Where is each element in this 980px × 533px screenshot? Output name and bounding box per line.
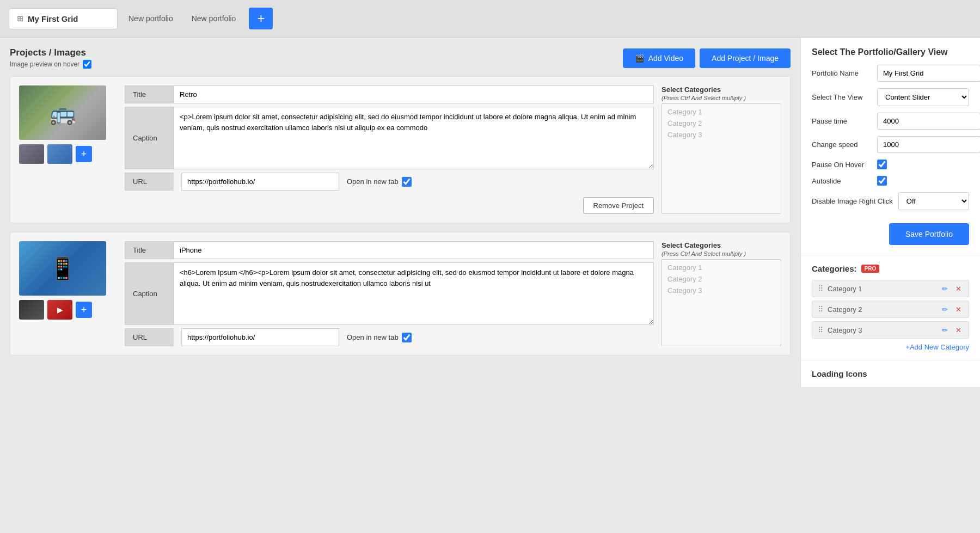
save-portfolio-button[interactable]: Save Portfolio bbox=[889, 223, 969, 245]
project2-url-input[interactable] bbox=[181, 328, 339, 346]
project2-add-image-button[interactable]: + bbox=[76, 302, 92, 318]
change-speed-row: Change speed bbox=[812, 136, 969, 153]
project2-caption-row: Caption <h6>Lorem Ipsum </h6><p>Lorem ip… bbox=[125, 262, 654, 325]
change-speed-label: Change speed bbox=[812, 140, 872, 149]
project2-cat3-option[interactable]: Category 3 bbox=[664, 285, 779, 296]
disable-image-label: Disable Image Right Click bbox=[812, 197, 893, 205]
portfolio-name-row: Portfolio Name bbox=[812, 65, 969, 82]
select-view-dropdown[interactable]: Content Slider Grid Masonry Slider bbox=[877, 88, 969, 106]
project1-title-input[interactable] bbox=[174, 85, 654, 103]
project2-url-row: URL Open in new tab bbox=[125, 328, 654, 346]
autoslide-row: Autoslide bbox=[812, 176, 969, 186]
project1-add-image-button[interactable]: + bbox=[76, 146, 92, 162]
thumb1-city[interactable] bbox=[19, 144, 44, 164]
categories-section-header: Categories: PRO bbox=[812, 264, 969, 273]
project1-cat1-option[interactable]: Category 1 bbox=[664, 106, 779, 118]
category-3-edit-button[interactable]: ✏ bbox=[940, 326, 950, 334]
project1-url-label: URL bbox=[125, 173, 174, 191]
image-preview-checkbox[interactable] bbox=[83, 60, 91, 69]
pause-time-input[interactable] bbox=[877, 113, 980, 130]
project1-url-row: URL Open in new tab bbox=[125, 173, 654, 191]
tab-bar: ⊞ My First Grid New portfolio New portfo… bbox=[0, 0, 980, 38]
loading-icons-title: Loading Icons bbox=[812, 369, 969, 378]
pause-on-hover-row: Pause On Hover bbox=[812, 160, 969, 169]
project-card-1: 🚌 + Title Caption bbox=[10, 76, 791, 223]
project1-url-input[interactable] bbox=[181, 173, 339, 191]
project2-categories-select[interactable]: Category 1 Category 2 Category 3 bbox=[661, 259, 781, 346]
thumb2-dark[interactable] bbox=[19, 300, 44, 320]
tab-new-portfolio-1[interactable]: New portfolio bbox=[121, 9, 181, 28]
pause-on-hover-label: Pause On Hover bbox=[812, 161, 872, 169]
project1-open-new-tab-label: Open in new tab bbox=[347, 177, 399, 186]
project2-caption-textarea[interactable]: <h6>Lorem Ipsum </h6><p>Lorem ipsum dolo… bbox=[174, 262, 654, 325]
project2-title-label: Title bbox=[125, 241, 174, 259]
bus-image: 🚌 bbox=[19, 85, 106, 140]
category-item-2: ⠿ Category 2 ✏ ✕ bbox=[812, 301, 969, 318]
project1-open-new-tab-checkbox[interactable] bbox=[402, 177, 412, 187]
project1-remove-button[interactable]: Remove Project bbox=[583, 197, 654, 214]
project2-cat1-option[interactable]: Category 1 bbox=[664, 262, 779, 273]
pause-time-label: Pause time bbox=[812, 117, 872, 125]
thumb2-youtube[interactable]: ▶ bbox=[47, 300, 72, 320]
project1-form: Title Caption <p>Lorem ipsum dolor sit a… bbox=[125, 85, 654, 214]
project2-url-label: URL bbox=[125, 328, 174, 346]
project1-cat2-option[interactable]: Category 2 bbox=[664, 118, 779, 129]
change-speed-input[interactable] bbox=[877, 136, 980, 153]
add-new-category-link[interactable]: +Add New Category bbox=[812, 343, 969, 351]
project2-cat2-option[interactable]: Category 2 bbox=[664, 273, 779, 285]
project1-remove-row: Remove Project bbox=[125, 197, 654, 214]
autoslide-checkbox[interactable] bbox=[877, 176, 887, 186]
project1-caption-textarea[interactable]: <p>Lorem ipsum dolor sit amet, consectet… bbox=[174, 107, 654, 169]
subtitle-text: Image preview on hover bbox=[10, 60, 79, 68]
tab-my-first-grid[interactable]: ⊞ My First Grid bbox=[9, 8, 118, 29]
project2-categories-label: Select Categories bbox=[661, 241, 781, 249]
drag-icon-2[interactable]: ⠿ bbox=[818, 305, 823, 314]
categories-section-title: Categories: bbox=[812, 264, 857, 273]
select-view-label: Select The View bbox=[812, 93, 872, 101]
project1-categories-label: Select Categories bbox=[661, 85, 781, 94]
select-view-row: Select The View Content Slider Grid Maso… bbox=[812, 88, 969, 106]
category-1-delete-button[interactable]: ✕ bbox=[954, 285, 963, 293]
project2-images: 📱 ▶ + bbox=[19, 241, 117, 346]
project1-categories-select[interactable]: Category 1 Category 2 Category 3 bbox=[661, 103, 781, 214]
autoslide-label: Autoslide bbox=[812, 177, 872, 185]
subtitle-row: Image preview on hover bbox=[10, 60, 91, 69]
category-2-delete-button[interactable]: ✕ bbox=[954, 305, 963, 314]
section-title-area: Projects / Images Image preview on hover bbox=[10, 47, 91, 69]
add-project-button[interactable]: Add Project / Image bbox=[700, 48, 791, 68]
project1-caption-label: Caption bbox=[125, 107, 174, 169]
tab-new-portfolio-2[interactable]: New portfolio bbox=[184, 9, 244, 28]
category-3-delete-button[interactable]: ✕ bbox=[954, 326, 963, 334]
disable-image-dropdown[interactable]: Off On bbox=[898, 192, 969, 210]
project2-categories: Select Categories (Press Ctrl And Select… bbox=[661, 241, 781, 346]
project1-cat3-option[interactable]: Category 3 bbox=[664, 129, 779, 140]
project1-caption-row: Caption <p>Lorem ipsum dolor sit amet, c… bbox=[125, 107, 654, 169]
project1-categories: Select Categories (Press Ctrl And Select… bbox=[661, 85, 781, 214]
project1-open-new-tab: Open in new tab bbox=[347, 177, 412, 187]
portfolio-name-label: Portfolio Name bbox=[812, 69, 872, 77]
main-layout: Projects / Images Image preview on hover… bbox=[0, 38, 980, 387]
project2-open-new-tab-checkbox[interactable] bbox=[402, 333, 412, 342]
phone-image: 📱 bbox=[19, 241, 106, 296]
thumb1-cars[interactable] bbox=[47, 144, 72, 164]
project2-title-row: Title bbox=[125, 241, 654, 259]
section-title: Projects / Images bbox=[10, 47, 91, 58]
project1-title-row: Title bbox=[125, 85, 654, 103]
add-video-button[interactable]: 🎬 Add Video bbox=[623, 48, 695, 68]
add-tab-button[interactable]: + bbox=[249, 8, 273, 29]
portfolio-name-input[interactable] bbox=[877, 65, 980, 82]
project1-main-image: 🚌 bbox=[19, 85, 106, 140]
category-2-edit-button[interactable]: ✏ bbox=[940, 305, 950, 314]
category-item-3: ⠿ Category 3 ✏ ✕ bbox=[812, 321, 969, 339]
drag-icon-1[interactable]: ⠿ bbox=[818, 284, 823, 293]
project2-title-input[interactable] bbox=[174, 241, 654, 259]
category-1-edit-button[interactable]: ✏ bbox=[940, 285, 950, 293]
pause-on-hover-checkbox[interactable] bbox=[877, 160, 887, 169]
project1-thumbnails: + bbox=[19, 144, 117, 164]
category-item-1: ⠿ Category 1 ✏ ✕ bbox=[812, 280, 969, 297]
project-card-2: 📱 ▶ + Title Caption bbox=[10, 232, 791, 356]
project2-main-image: 📱 bbox=[19, 241, 106, 296]
project1-images: 🚌 + bbox=[19, 85, 117, 214]
drag-icon-3[interactable]: ⠿ bbox=[818, 326, 823, 334]
left-content: Projects / Images Image preview on hover… bbox=[0, 38, 800, 387]
